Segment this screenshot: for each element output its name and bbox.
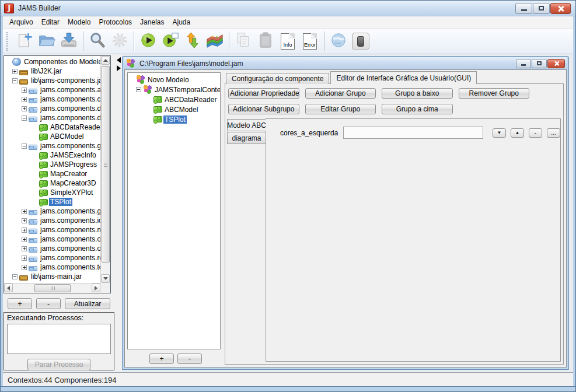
- add-property-button[interactable]: Adicionar Propriedade: [228, 88, 299, 99]
- tree-item[interactable]: JAMSProgress: [4, 160, 100, 169]
- open-model-button[interactable]: [36, 30, 58, 52]
- group-up-button[interactable]: Grupo a cima: [382, 104, 453, 114]
- expander-plus-icon[interactable]: [22, 106, 27, 111]
- running-processes-list[interactable]: [7, 324, 111, 354]
- move-up-button[interactable]: ▲: [511, 128, 524, 138]
- model-add-button[interactable]: +: [149, 354, 174, 364]
- scroll-down-button[interactable]: [101, 274, 110, 283]
- tab-gui-editor[interactable]: Editor de Interface Gráfica de Usuário(G…: [330, 71, 477, 84]
- tree-item-selected[interactable]: TSPlot: [128, 114, 220, 124]
- expander-plus-icon[interactable]: [22, 88, 27, 93]
- tree-item[interactable]: jams.components.gui: [4, 141, 100, 150]
- expander-plus-icon[interactable]: [22, 228, 27, 233]
- add-subgroup-button[interactable]: Adicionar Subgrupo: [228, 104, 299, 114]
- components-remove-button[interactable]: -: [36, 298, 61, 309]
- upload-download-button[interactable]: [181, 30, 204, 52]
- move-down-button[interactable]: ▼: [493, 128, 506, 138]
- remove-group-button[interactable]: Remover Grupo: [459, 88, 530, 99]
- tree-item[interactable]: lib\jams-main.jar: [4, 272, 100, 281]
- expander-plus-icon[interactable]: [22, 265, 27, 270]
- new-model-button[interactable]: [13, 30, 36, 52]
- menu-janelas[interactable]: Janelas: [136, 17, 168, 27]
- maximize-button[interactable]: [533, 3, 550, 14]
- device-button[interactable]: [350, 30, 372, 52]
- save-model-button[interactable]: [58, 30, 80, 52]
- expander-plus-icon[interactable]: [22, 209, 27, 214]
- remove-property-button[interactable]: -: [529, 128, 542, 138]
- tree-item[interactable]: jams.components.tool: [4, 262, 100, 272]
- tree-item[interactable]: ABCDataReader: [4, 123, 100, 132]
- scrollbar-thumb[interactable]: [102, 66, 110, 262]
- group-down-button[interactable]: Grupo a baixo: [382, 88, 453, 99]
- tree-item[interactable]: jams.components.opti: [4, 244, 100, 253]
- run-model-window-button[interactable]: [159, 30, 181, 52]
- expander-plus-icon[interactable]: [22, 246, 27, 251]
- menu-ajuda[interactable]: Ajuda: [168, 17, 194, 27]
- tree-item[interactable]: ABCModel: [4, 132, 100, 141]
- tree-item[interactable]: ABCModel: [128, 104, 220, 114]
- tree-item[interactable]: lib\J2K.jar: [4, 66, 100, 76]
- tree-item[interactable]: jams.components.mac: [4, 225, 100, 235]
- tree-item[interactable]: lib\jams-components.jar: [4, 76, 100, 85]
- model-minimize-button[interactable]: [516, 59, 531, 68]
- menu-protocolos[interactable]: Protocolos: [95, 17, 136, 27]
- expander-plus-icon[interactable]: [22, 218, 27, 223]
- side-tab-diagrama[interactable]: diagrama: [227, 132, 266, 144]
- model-window-title-bar[interactable]: C:\Program Files\jams\model.jam: [124, 57, 567, 69]
- expand-right-icon[interactable]: [117, 65, 121, 71]
- expander-minus-icon[interactable]: [22, 116, 27, 121]
- map-button[interactable]: [204, 30, 226, 52]
- vertical-scrollbar[interactable]: [100, 56, 110, 283]
- edit-group-button[interactable]: Editar Grupo: [305, 104, 376, 114]
- tree-item[interactable]: Componentes do Modelo: [4, 57, 100, 66]
- tree-item[interactable]: jams.components.io: [4, 216, 100, 225]
- tree-item[interactable]: SimpleXYPlot: [4, 188, 100, 197]
- tree-item-selected[interactable]: TSPlot: [4, 197, 100, 206]
- tree-item[interactable]: JAMSExecInfo: [4, 150, 100, 160]
- model-remove-button[interactable]: -: [177, 354, 202, 364]
- minimize-button[interactable]: [515, 3, 532, 14]
- add-group-button[interactable]: Adicionar Grupo: [305, 88, 376, 99]
- horizontal-scrollbar[interactable]: [4, 283, 100, 293]
- refresh-button[interactable]: Atualizar: [65, 298, 110, 309]
- expander-minus-icon[interactable]: [22, 144, 27, 149]
- scroll-left-button[interactable]: [4, 284, 13, 292]
- scrollbar-thumb[interactable]: [34, 284, 71, 292]
- run-model-button[interactable]: [137, 30, 159, 52]
- more-options-button[interactable]: ...: [547, 128, 560, 138]
- scroll-right-button[interactable]: [92, 284, 100, 292]
- expander-plus-icon[interactable]: [22, 97, 27, 102]
- paste-button[interactable]: [254, 30, 277, 52]
- web-button[interactable]: [327, 30, 350, 52]
- tree-item[interactable]: jams.components.gui.: [4, 206, 100, 216]
- search-button[interactable]: [86, 30, 109, 52]
- toolbar-drag-handle[interactable]: [6, 32, 10, 51]
- tree-item[interactable]: MapCreator: [4, 169, 100, 178]
- stop-process-button[interactable]: Parar Processo: [27, 359, 90, 370]
- settings-button[interactable]: [109, 30, 131, 52]
- tree-item[interactable]: Novo Modelo: [128, 75, 220, 85]
- close-button[interactable]: [550, 3, 571, 14]
- error-log-button[interactable]: Error: [299, 30, 321, 52]
- panel-splitter[interactable]: [115, 54, 122, 372]
- tree-item[interactable]: jams.components.dem: [4, 113, 100, 123]
- info-log-button[interactable]: Info: [277, 30, 299, 52]
- expander-minus-icon[interactable]: [136, 87, 141, 92]
- expander-minus-icon[interactable]: [12, 274, 18, 279]
- expander-plus-icon[interactable]: [12, 69, 18, 74]
- model-restore-button[interactable]: [532, 59, 547, 68]
- title-bar[interactable]: J JAMS Builder: [1, 1, 575, 16]
- tree-item[interactable]: jams.components.opti: [4, 235, 100, 244]
- scroll-up-button[interactable]: [101, 56, 110, 65]
- property-value-input[interactable]: [343, 127, 483, 139]
- expander-plus-icon[interactable]: [22, 237, 27, 242]
- copy-button[interactable]: [232, 30, 254, 52]
- tree-item[interactable]: jams.components.con: [4, 94, 100, 104]
- collapse-left-icon[interactable]: [117, 57, 121, 63]
- menu-arquivo[interactable]: Arquivo: [5, 17, 37, 27]
- tree-item[interactable]: MapCreator3D: [4, 178, 100, 188]
- menu-editar[interactable]: Editar: [37, 17, 64, 27]
- tree-item[interactable]: ABCDataReader: [128, 94, 220, 104]
- expander-minus-icon[interactable]: [12, 78, 18, 83]
- components-add-button[interactable]: +: [8, 298, 32, 309]
